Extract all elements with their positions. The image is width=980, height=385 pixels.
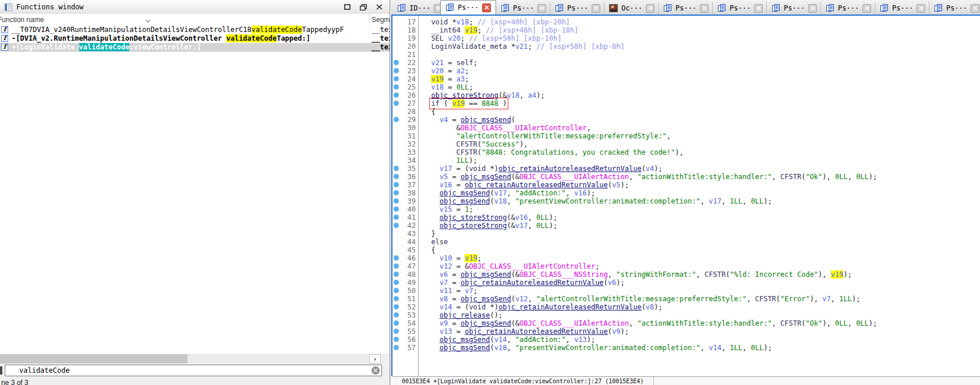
tab-10[interactable]: Ps···: [929, 2, 980, 15]
tab-label: Ps···: [730, 4, 751, 12]
code-text: if ( v19 == 8848 ): [431, 99, 507, 108]
line-number: 46: [397, 254, 416, 262]
address-status-text: 0015E3E4 +[LoginValidate validateCode:vi…: [402, 378, 643, 384]
code-text: objc_storeStrong(&v18, a4);: [431, 91, 544, 99]
picture-icon: [609, 4, 618, 12]
column-separator[interactable]: [369, 14, 370, 26]
tab-2[interactable]: Ps···: [496, 2, 550, 15]
function-row-2[interactable]: f+[LoginValidate validateCode:viewContro…: [0, 43, 390, 52]
tab-0[interactable]: ID···: [392, 2, 440, 15]
restore-icon[interactable]: [360, 4, 367, 10]
code-line-41: 41objc_storeStrong(&v16, 0LL);: [392, 213, 980, 222]
function-filter-input[interactable]: [5, 365, 382, 376]
search-match-highlight: validateCode: [252, 26, 302, 34]
code-line-18: 18__int64 v19; // [xsp+48h] [xbp-18h]: [392, 26, 980, 34]
close-icon[interactable]: [376, 4, 383, 10]
pseudocode-view[interactable]: 17void *v18; // [xsp+40h] [xbp-20h]18__i…: [392, 16, 980, 376]
functions-rows: f__T07DVIA_v240RuntimeManipulationDetail…: [0, 26, 390, 52]
tab-close-icon[interactable]: [482, 3, 491, 12]
function-name: __T07DVIA_v240RuntimeManipulationDetails…: [12, 26, 344, 34]
column-header-segment[interactable]: Segm: [372, 16, 390, 24]
code-line-50: 50v11 = v7;: [392, 287, 980, 295]
code-line-39: 39objc_msgSend(v18, "presentViewControll…: [392, 197, 980, 205]
status-divider: [653, 377, 654, 385]
code-text: v13 = objc_retainAutoreleasedReturnValue…: [440, 327, 629, 336]
tab-close-icon[interactable]: [808, 4, 817, 13]
document-icon: [663, 4, 672, 12]
line-number: 18: [397, 26, 416, 34]
code-text: v21 = self;: [431, 59, 477, 67]
scrollbar-thumb[interactable]: [0, 354, 187, 363]
code-text: v18 = 0LL;: [431, 83, 473, 91]
code-text: objc_msgSend(v18, "presentViewController…: [440, 344, 772, 352]
clear-filter-icon[interactable]: [372, 366, 380, 375]
code-line-35: 35v17 = (void *)objc_retainAutoreleasedR…: [392, 165, 980, 173]
functions-window: Functions window Function name Segm f__T…: [0, 0, 390, 385]
line-number: 29: [397, 116, 416, 124]
line-number: 38: [397, 189, 416, 197]
line-number: 27: [397, 99, 416, 108]
tab-label: Ps···: [567, 4, 588, 12]
code-text: {: [431, 108, 435, 116]
code-line-38: 38objc_msgSend(v17, "addAction:", v16);: [392, 189, 980, 197]
code-line-37: 37v16 = objc_retainAutoreleasedReturnVal…: [392, 181, 980, 189]
window-title: Functions window: [16, 3, 84, 11]
tab-close-icon[interactable]: [971, 4, 979, 13]
line-number: 42: [397, 222, 416, 230]
code-line-51: 51v8 = objc_msgSend(v12, "alertControlle…: [392, 295, 980, 303]
code-line-54: 54v9 = objc_msgSend(&OBJC_CLASS___UIAler…: [392, 319, 980, 327]
line-number: 41: [397, 213, 416, 222]
line-number: 39: [397, 197, 416, 205]
line-number: 25: [397, 83, 416, 91]
scrollbar-right-arrow[interactable]: ›: [369, 354, 381, 363]
code-line-24: 24v19 = a3;: [392, 75, 980, 83]
code-line-30: 30&OBJC_CLASS___UIAlertController,: [392, 124, 980, 132]
function-name: +[LoginValidate validateCode:viewControl…: [12, 43, 201, 52]
tab-1-active[interactable]: Ps···: [440, 0, 496, 15]
tab-8[interactable]: Ps···: [821, 2, 875, 15]
line-number: 52: [397, 303, 416, 311]
functions-window-titlebar[interactable]: Functions window: [0, 0, 390, 15]
code-text: objc_msgSend(v17, "addAction:", v16);: [440, 189, 595, 197]
code-text: v5 = objc_msgSend(&OBJC_CLASS___UIAlertA…: [440, 173, 877, 181]
tab-close-icon[interactable]: [917, 4, 925, 13]
functions-window-icon: [5, 3, 12, 11]
code-text: v17 = (void *)objc_retainAutoreleasedRet…: [440, 165, 663, 173]
tab-3[interactable]: Ps···: [550, 2, 604, 15]
tab-4[interactable]: Oc···: [604, 2, 659, 15]
tab-close-icon[interactable]: [537, 4, 546, 13]
code-line-44: 44else: [392, 238, 980, 246]
column-header-function-name[interactable]: Function name: [0, 16, 44, 24]
tab-close-icon[interactable]: [862, 4, 871, 13]
code-text: v19 = a3;: [431, 75, 469, 83]
line-number: 33: [397, 148, 416, 156]
code-text: {: [431, 246, 435, 254]
tab-close-icon[interactable]: [646, 4, 654, 13]
tab-close-icon[interactable]: [592, 4, 600, 13]
function-row-1[interactable]: f-[DVIA_v2.RuntimeManipulationDetailsVie…: [0, 34, 390, 43]
line-number: 35: [397, 165, 416, 173]
code-line-43: 43}: [392, 230, 980, 238]
tab-7[interactable]: Ps···: [767, 2, 821, 15]
maximize-icon[interactable]: [344, 4, 351, 10]
tab-close-icon[interactable]: [700, 4, 709, 13]
code-text: v16 = objc_retainAutoreleasedReturnValue…: [440, 181, 629, 189]
code-text: v6 = objc_msgSend(&OBJC_CLASS___NSString…: [440, 270, 852, 279]
code-text: void *v18; // [xsp+40h] [xbp-20h]: [431, 18, 569, 26]
line-number: 24: [397, 75, 416, 83]
function-row-0[interactable]: f__T07DVIA_v240RuntimeManipulationDetail…: [0, 26, 390, 34]
tab-close-icon[interactable]: [434, 4, 440, 13]
code-line-46: 46v10 = v19;: [392, 254, 980, 262]
function-name: -[DVIA_v2.RuntimeManipulationDetailsView…: [12, 34, 310, 43]
tab-5[interactable]: Ps···: [659, 2, 713, 15]
red-annotation-box: if ( v19 == 8848 ): [431, 99, 507, 108]
code-text: v4 = objc_msgSend(: [440, 116, 515, 124]
tab-9[interactable]: Ps···: [875, 2, 929, 15]
active-pane-top-border: [391, 15, 980, 16]
code-text: CFSTR("Success"),: [457, 140, 528, 148]
line-number: 20: [397, 42, 416, 51]
tab-close-icon[interactable]: [754, 4, 763, 13]
tab-6[interactable]: Ps···: [713, 2, 767, 15]
code-text: v9 = objc_msgSend(&OBJC_CLASS___UIAlertA…: [440, 319, 877, 327]
filter-label-icon: [0, 366, 2, 375]
